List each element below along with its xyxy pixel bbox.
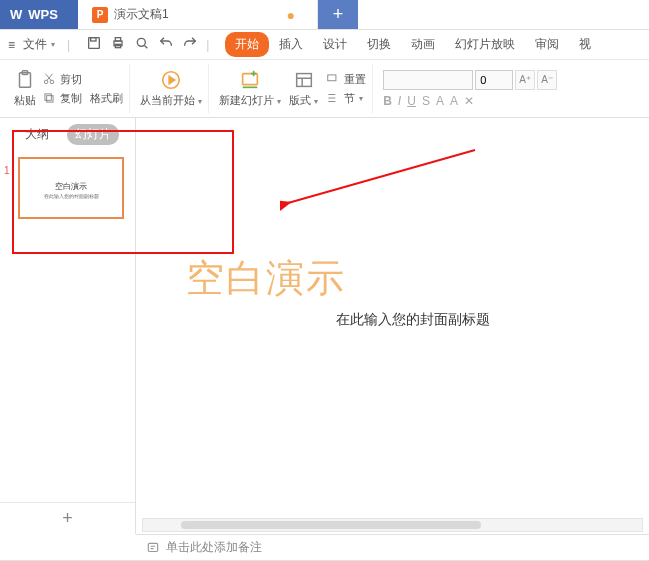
svg-rect-14 bbox=[296, 74, 311, 87]
tab-design[interactable]: 设计 bbox=[313, 32, 357, 57]
reset-button[interactable]: 重置 bbox=[326, 72, 366, 87]
reset-label: 重置 bbox=[344, 72, 366, 87]
wps-app-tab[interactable]: W WPS bbox=[0, 0, 78, 29]
bold-button[interactable]: B bbox=[383, 94, 392, 108]
slides-tab[interactable]: 幻灯片 bbox=[67, 124, 119, 145]
svg-rect-15 bbox=[328, 75, 336, 81]
svg-rect-13 bbox=[243, 74, 258, 85]
layout-button[interactable]: 版式 ▾ bbox=[289, 69, 318, 108]
decrease-font-button[interactable]: A⁻ bbox=[537, 70, 557, 90]
slide[interactable]: 空白演示 在此输入您的封面副标题 bbox=[146, 118, 649, 514]
chevron-down-icon: ▾ bbox=[51, 40, 55, 49]
new-slide-button[interactable]: 新建幻灯片 ▾ bbox=[219, 69, 281, 108]
document-tab[interactable]: P 演示文稿1 ● bbox=[78, 0, 318, 29]
new-slide-label: 新建幻灯片 ▾ bbox=[219, 93, 281, 108]
outline-tab[interactable]: 大纲 bbox=[17, 124, 57, 145]
copy-button[interactable]: 复制格式刷 bbox=[42, 91, 123, 106]
italic-button[interactable]: I bbox=[398, 94, 401, 108]
tab-insert[interactable]: 插入 bbox=[269, 32, 313, 57]
highlight-button[interactable]: A bbox=[450, 94, 458, 108]
tab-transition[interactable]: 切换 bbox=[357, 32, 401, 57]
slide-panel: 大纲 幻灯片 1 空白演示 在此输入您的封面副标题 + bbox=[0, 118, 136, 534]
unsaved-dot-icon: ● bbox=[287, 7, 295, 23]
from-current-button[interactable]: 从当前开始 ▾ bbox=[140, 69, 202, 108]
hamburger-icon[interactable]: ≡ bbox=[8, 38, 15, 52]
thumbnails-area[interactable]: 1 空白演示 在此输入您的封面副标题 bbox=[0, 153, 135, 502]
ribbon-tabs: 开始 插入 设计 切换 动画 幻灯片放映 审阅 视 bbox=[225, 32, 601, 57]
paste-label: 粘贴 bbox=[14, 93, 36, 108]
redo-icon[interactable] bbox=[182, 35, 198, 54]
tab-slideshow[interactable]: 幻灯片放映 bbox=[445, 32, 525, 57]
increase-font-button[interactable]: A⁺ bbox=[515, 70, 535, 90]
section-label: 节 bbox=[344, 91, 355, 106]
slide-canvas[interactable]: 空白演示 在此输入您的封面副标题 bbox=[136, 118, 649, 534]
strikethrough-button[interactable]: S bbox=[422, 94, 430, 108]
svg-rect-10 bbox=[47, 96, 53, 102]
slideshow-group: 从当前开始 ▾ bbox=[134, 64, 209, 113]
document-name: 演示文稿1 bbox=[114, 6, 169, 23]
tab-review[interactable]: 审阅 bbox=[525, 32, 569, 57]
svg-rect-1 bbox=[91, 38, 96, 41]
presentation-icon: P bbox=[92, 7, 108, 23]
quick-access-toolbar bbox=[86, 35, 198, 54]
save-icon[interactable] bbox=[86, 35, 102, 54]
svg-rect-11 bbox=[45, 94, 51, 100]
slide-number: 1 bbox=[4, 165, 10, 176]
notes-placeholder: 单击此处添加备注 bbox=[166, 539, 262, 556]
copy-label: 复制 bbox=[60, 91, 82, 106]
thumb-title: 空白演示 bbox=[20, 181, 122, 192]
thumb-subtitle: 在此输入您的封面副标题 bbox=[20, 193, 122, 199]
menu-bar: ≡ 文件 ▾ | | 开始 插入 设计 切换 动画 幻灯片放映 审阅 视 bbox=[0, 30, 649, 60]
file-label: 文件 bbox=[23, 36, 47, 53]
clear-format-button[interactable]: ✕ bbox=[464, 94, 474, 108]
file-menu[interactable]: 文件 ▾ bbox=[19, 36, 59, 53]
tab-view[interactable]: 视 bbox=[569, 32, 601, 57]
notes-icon bbox=[146, 541, 160, 555]
clipboard-group: 粘贴 剪切 复制格式刷 bbox=[8, 64, 130, 113]
underline-button[interactable]: U bbox=[407, 94, 416, 108]
scroll-thumb[interactable] bbox=[181, 521, 481, 529]
add-slide-button[interactable]: + bbox=[0, 502, 135, 534]
cut-button[interactable]: 剪切 bbox=[42, 72, 123, 87]
panel-tabs: 大纲 幻灯片 bbox=[0, 118, 135, 153]
undo-icon[interactable] bbox=[158, 35, 174, 54]
font-name-input[interactable] bbox=[383, 70, 473, 90]
font-color-button[interactable]: A bbox=[436, 94, 444, 108]
section-button[interactable]: 节 ▾ bbox=[326, 91, 366, 106]
slide-title[interactable]: 空白演示 bbox=[186, 253, 346, 304]
ribbon-toolbar: 粘贴 剪切 复制格式刷 从当前开始 ▾ 新建幻灯片 ▾ 版式 ▾ 重置 bbox=[0, 60, 649, 118]
layout-label: 版式 ▾ bbox=[289, 93, 318, 108]
font-size-input[interactable] bbox=[475, 70, 513, 90]
print-preview-icon[interactable] bbox=[134, 35, 150, 54]
slide-thumbnail[interactable]: 空白演示 在此输入您的封面副标题 bbox=[18, 157, 124, 219]
notes-pane[interactable]: 单击此处添加备注 bbox=[136, 534, 649, 560]
title-bar: W WPS P 演示文稿1 ● + bbox=[0, 0, 649, 30]
slides-group: 新建幻灯片 ▾ 版式 ▾ 重置 节 ▾ bbox=[213, 64, 373, 113]
from-current-label: 从当前开始 ▾ bbox=[140, 93, 202, 108]
paste-button[interactable]: 粘贴 bbox=[14, 69, 36, 108]
slide-subtitle[interactable]: 在此输入您的封面副标题 bbox=[336, 311, 490, 329]
horizontal-scrollbar[interactable] bbox=[142, 518, 643, 532]
svg-rect-3 bbox=[115, 38, 120, 41]
svg-point-5 bbox=[137, 38, 145, 46]
wps-logo-icon: W bbox=[10, 7, 22, 22]
cut-label: 剪切 bbox=[60, 72, 82, 87]
wps-label: WPS bbox=[28, 7, 58, 22]
workspace: 大纲 幻灯片 1 空白演示 在此输入您的封面副标题 + 空白演示 在此输入您的封… bbox=[0, 118, 649, 534]
font-group: A⁺ A⁻ B I U S A A ✕ bbox=[377, 64, 563, 113]
format-painter-button[interactable]: 格式刷 bbox=[90, 91, 123, 106]
new-tab-button[interactable]: + bbox=[318, 0, 358, 29]
print-icon[interactable] bbox=[110, 35, 126, 54]
tab-animation[interactable]: 动画 bbox=[401, 32, 445, 57]
svg-rect-16 bbox=[148, 543, 157, 551]
tab-start[interactable]: 开始 bbox=[225, 32, 269, 57]
